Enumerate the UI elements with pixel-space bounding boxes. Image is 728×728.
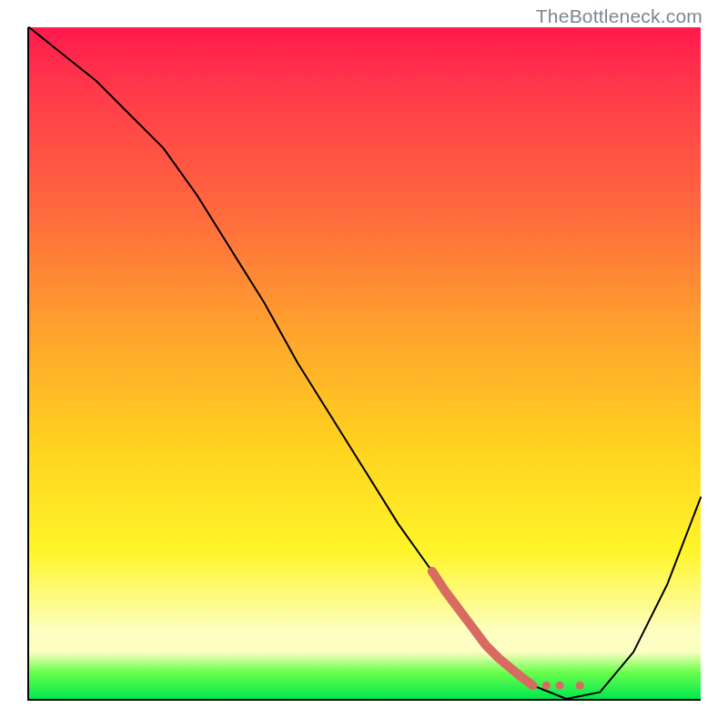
curve-layer	[29, 27, 701, 699]
highlight-dot-3	[576, 682, 584, 690]
highlight-dot-2	[556, 682, 564, 690]
chart-stage: TheBottleneck.com	[0, 0, 728, 728]
watermark-text: TheBottleneck.com	[536, 5, 703, 27]
plot-area	[27, 27, 701, 701]
chart-overlay	[29, 27, 701, 699]
highlight-dot-1	[542, 682, 551, 690]
highlight-segment	[432, 571, 533, 685]
bottleneck-curve	[29, 27, 701, 699]
